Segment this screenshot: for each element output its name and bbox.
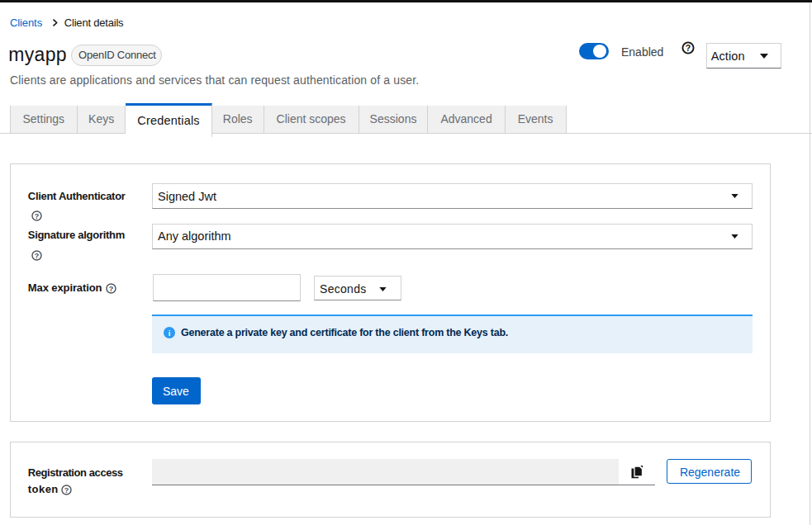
svg-text:?: ? xyxy=(35,252,40,260)
svg-text:?: ? xyxy=(685,43,690,53)
svg-text:i: i xyxy=(169,329,171,338)
svg-text:?: ? xyxy=(64,485,69,494)
svg-text:?: ? xyxy=(109,285,114,293)
svg-text:?: ? xyxy=(34,212,39,220)
